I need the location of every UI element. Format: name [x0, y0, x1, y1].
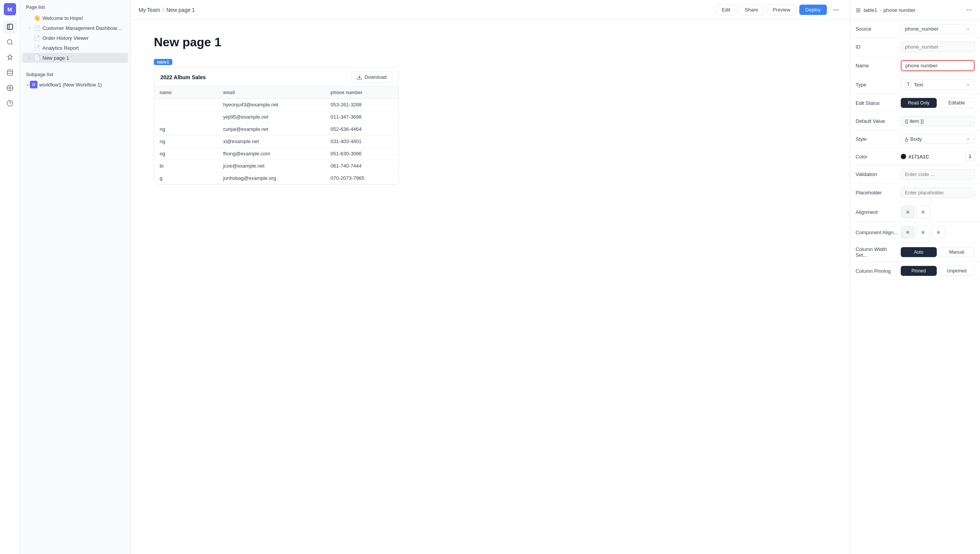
col-header-name: name	[154, 87, 218, 99]
svg-point-9	[836, 9, 837, 10]
rp-color-value[interactable]: #171A1C 1	[901, 152, 975, 161]
editable-button[interactable]: Editable	[939, 98, 975, 108]
top-bar-actions: Edit Share Preview Deploy	[716, 4, 842, 16]
rp-edit-status-label: Edit Status	[856, 100, 898, 106]
edit-button[interactable]: Edit	[716, 4, 736, 15]
rp-col-width-label: Column Width Set...	[856, 246, 898, 258]
rp-component-align-row: Component Align... ≡ ≡ ≡	[850, 222, 980, 243]
component-align-group: ≡ ≡ ≡	[901, 226, 975, 238]
workflow-label: workflow1 (New Workflow 1)	[39, 82, 102, 88]
rp-validation-row: Validation	[850, 165, 980, 184]
sidebar-item-welcome[interactable]: 👋 Welcome to Hops!	[22, 13, 128, 23]
top-bar: My Team / New page 1 Edit Share Preview …	[131, 0, 850, 20]
database-icon-btn[interactable]	[3, 66, 17, 80]
col-pinned-button[interactable]: Pinned	[901, 266, 937, 276]
sidebar-item-label: Order History Viewer	[42, 35, 125, 41]
preview-button[interactable]: Preview	[767, 4, 796, 15]
comp-align-center-button[interactable]: ≡	[916, 226, 930, 238]
breadcrumb-separator: /	[163, 7, 164, 13]
sidebar-item-label: Welcome to Hops!	[42, 15, 125, 21]
svg-point-13	[969, 10, 970, 11]
download-icon	[357, 75, 362, 80]
col-width-auto-button[interactable]: Auto	[901, 247, 937, 257]
cell-name: ng	[154, 135, 218, 148]
sidebar-item-label: Analytics Report	[42, 45, 125, 51]
page-doc-icon: 📄	[34, 55, 40, 61]
rp-id-input[interactable]	[901, 42, 975, 52]
rp-component-align-label: Component Align...	[856, 230, 898, 235]
svg-rect-0	[7, 24, 13, 29]
right-panel: ⊞ table1 › phone number Source phone_num…	[850, 0, 980, 554]
table-row: ng cunjai@example.net 052-636-4464	[154, 123, 399, 135]
table-header-bar: 2022 Album Sales Download	[154, 68, 399, 87]
rocket-icon-btn[interactable]	[3, 51, 17, 64]
svg-point-8	[833, 9, 835, 10]
comp-align-right-button[interactable]: ≡	[931, 226, 945, 238]
cell-phone: 053-261-3288	[325, 99, 399, 111]
breadcrumb-current: New page 1	[166, 7, 195, 13]
col-header-email: email	[218, 87, 325, 99]
page-doc-icon: 📄	[34, 35, 40, 41]
rp-name-input[interactable]	[901, 60, 975, 71]
sidebar-item-workflow[interactable]: › ⚙ workflow1 (New Workflow 1)	[22, 79, 128, 90]
svg-point-12	[967, 10, 968, 11]
search-icon-btn[interactable]	[3, 35, 17, 49]
col-unpinned-button[interactable]: Unpinned	[939, 266, 975, 276]
settings-icon-btn[interactable]	[3, 81, 17, 95]
readonly-button[interactable]: Read Only	[901, 98, 937, 108]
svg-point-4	[7, 70, 13, 72]
download-button[interactable]: Download	[351, 72, 392, 83]
rp-placeholder-label: Placeholder	[856, 190, 898, 196]
align-right-button[interactable]: ≡	[916, 206, 930, 218]
more-options-button[interactable]	[830, 4, 842, 16]
rp-style-select[interactable]: A Body	[901, 134, 975, 144]
rp-alignment-label: Alignment	[856, 209, 898, 215]
sidebar-item-analytics[interactable]: 📄 Analytics Report	[22, 43, 128, 53]
rp-placeholder-input[interactable]	[901, 187, 975, 198]
rp-color-row: Color #171A1C 1	[850, 148, 980, 165]
sidebar-item-order[interactable]: 📄 Order History Viewer	[22, 33, 128, 43]
chevron-down-icon	[966, 137, 970, 142]
sidebar-item-newpage[interactable]: › 📄 New page 1	[22, 53, 128, 63]
color-num: 1	[965, 152, 975, 161]
page-body: New page 1 table1 2022 Album Sales Downl…	[131, 20, 850, 554]
rp-breadcrumb-sep: ›	[879, 7, 881, 13]
user-avatar[interactable]: M	[4, 3, 16, 15]
rp-validation-input[interactable]	[901, 169, 975, 179]
align-left-button[interactable]: ≡	[901, 206, 915, 218]
rp-default-value-label: Default Value	[856, 118, 898, 124]
rp-field-name: phone number	[884, 7, 916, 13]
cell-name: bi	[154, 160, 218, 172]
rp-edit-status-row: Edit Status Read Only Editable	[850, 94, 980, 112]
rp-breadcrumb: table1 › phone number	[864, 7, 961, 13]
table-row: hyeonju43@example.net 053-261-3288	[154, 99, 399, 111]
rp-source-select[interactable]: phone_number	[901, 24, 975, 34]
cell-phone: 051-630-3086	[325, 148, 399, 160]
sidebar-item-customer[interactable]: › 📄 Customer Management Dashboard -...	[22, 23, 128, 33]
pages-icon-btn[interactable]	[3, 20, 17, 34]
right-panel-header: ⊞ table1 › phone number	[850, 0, 980, 20]
svg-point-14	[970, 10, 972, 11]
share-button[interactable]: Share	[739, 4, 764, 15]
page-doc-icon: 📄	[34, 25, 40, 31]
table-row: ng xi@example.net 031-403-4401	[154, 135, 399, 148]
rp-more-button[interactable]	[964, 5, 975, 15]
chevron-down-icon	[966, 82, 970, 87]
page-list-panel: Page list 👋 Welcome to Hops! › 📄 Custome…	[20, 0, 131, 554]
type-text-icon: T	[905, 81, 911, 88]
rp-col-pinning-row: Column Pinning Pinned Unpinned	[850, 262, 980, 280]
chevron-right-icon: ›	[27, 82, 28, 88]
cell-name: g	[154, 172, 218, 184]
breadcrumb-parent[interactable]: My Team	[139, 7, 160, 13]
rp-validation-label: Validation	[856, 171, 898, 177]
help-icon-btn[interactable]	[3, 96, 17, 110]
comp-align-left-button[interactable]: ≡	[901, 226, 915, 238]
rp-type-select[interactable]: T Text	[901, 79, 975, 90]
rp-default-value-input[interactable]	[901, 116, 975, 126]
cell-email: fhong@example.com	[218, 148, 325, 160]
col-width-manual-button[interactable]: Manual	[939, 247, 975, 257]
page-title: New page 1	[154, 35, 827, 49]
deploy-button[interactable]: Deploy	[799, 5, 827, 15]
table-tag-label: table1	[154, 59, 172, 65]
rp-placeholder-row: Placeholder	[850, 184, 980, 202]
